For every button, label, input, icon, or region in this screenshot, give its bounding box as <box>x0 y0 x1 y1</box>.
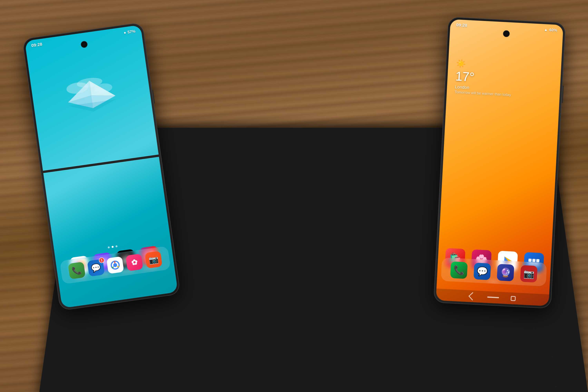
dock-phone-right[interactable]: 📞 <box>450 261 468 279</box>
bixby-icon: 🔮 <box>497 264 514 281</box>
svg-point-9 <box>113 263 118 267</box>
weather-widget: ☀️ 17° London Tomorrow will be warmer th… <box>454 59 513 97</box>
dock-chrome-left[interactable] <box>106 256 124 274</box>
dock-camera-left[interactable]: 📷 <box>145 251 162 268</box>
weather-temperature: 17° <box>455 69 512 86</box>
phone-right-body: 09:28 ▲ 60% ☀️ 17° London Tomorrow will … <box>433 17 566 308</box>
phone-green-icon: 📞 <box>450 261 468 279</box>
apps-area-right: 🛍️ Store 🌸 Gallery <box>437 248 551 290</box>
dock-messages-left[interactable]: 💬 1 <box>87 259 105 276</box>
phone-right-screen: 09:28 ▲ 60% ☀️ 17° London Tomorrow will … <box>436 19 563 306</box>
dock-galaxy-left[interactable]: ✿ <box>126 254 143 271</box>
camera-app-icon: 📷 <box>145 251 162 268</box>
dot-1-left <box>108 246 110 248</box>
battery-left: ● 57% <box>123 29 136 35</box>
dock-samsung-msg-right[interactable]: 💬 <box>474 262 491 280</box>
dock-camera-right[interactable]: 📷 <box>520 265 538 282</box>
signal-icon: ▲ <box>544 27 548 32</box>
time-right: 09:28 <box>456 22 468 28</box>
weather-sun-icon: ☀️ <box>456 59 513 71</box>
hinge-left <box>43 154 159 173</box>
battery-right: ▲ 60% <box>544 27 557 32</box>
dock-bixby-right[interactable]: 🔮 <box>497 264 514 281</box>
nav-back[interactable] <box>468 292 476 300</box>
camera-hole-right <box>504 31 509 36</box>
nav-home[interactable] <box>487 296 499 298</box>
nav-recents[interactable] <box>510 296 516 301</box>
chrome-app-icon <box>106 256 124 274</box>
phone-right: 09:28 ▲ 60% ☀️ 17° London Tomorrow will … <box>433 17 566 308</box>
wallpaper-airplane <box>61 68 123 130</box>
dot-3-left <box>116 245 118 247</box>
dot-2-left <box>112 246 114 248</box>
dock-phone-left[interactable]: 📞 <box>68 262 86 279</box>
camera-hole-left <box>81 41 88 48</box>
samsung-msg-icon: 💬 <box>474 262 491 280</box>
time-left: 09:28 <box>31 42 42 48</box>
phone-app-icon: 📞 <box>68 262 86 279</box>
camera-samsung-icon: 📷 <box>520 265 538 282</box>
apps-area-left: Google <box>55 238 175 289</box>
galaxy-app-icon: ✿ <box>126 254 143 271</box>
wifi-icon: ● <box>123 30 126 35</box>
